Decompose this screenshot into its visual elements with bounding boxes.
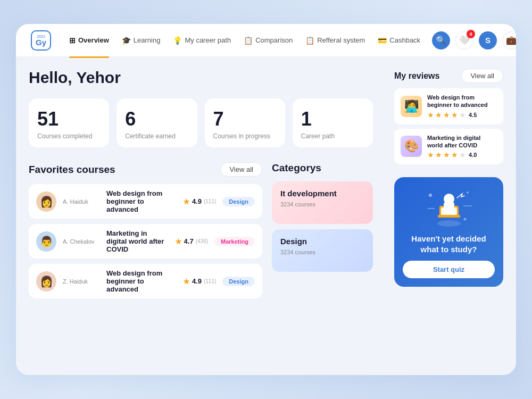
bag-button[interactable]: 💼 xyxy=(502,31,516,49)
s-label: S xyxy=(485,36,491,45)
cat-title-0: It development xyxy=(280,189,364,198)
course-rating-0: ★ 4.9 (111) xyxy=(183,197,216,206)
comparison-icon: 📋 xyxy=(244,36,253,45)
lower-row: Favorites courses View all 👩 A. Haiduk W… xyxy=(29,162,373,304)
review-item-1: 🎨 Marketing in digital world after COVID… xyxy=(394,129,503,165)
course-title-2: Web design from beginner to advanced xyxy=(106,269,177,293)
review-thumb-0: 🧑‍💻 xyxy=(401,96,422,117)
rating-value-0: 4.9 xyxy=(192,197,202,205)
review-info-0: Web design from beginner to advanced ★ ★… xyxy=(427,94,497,119)
nav-item-overview[interactable]: ⊞ Overview xyxy=(64,33,114,48)
search-icon: 🔍 xyxy=(436,35,446,45)
review-thumb-icon-0: 🧑‍💻 xyxy=(404,99,419,113)
stat-label-0: Courses completed xyxy=(37,132,101,140)
categories-section: Categorys It development 3234 courses De… xyxy=(272,162,373,304)
avatar-emoji-1: 👨 xyxy=(40,235,53,248)
course-row-1: 👨 A. Chekalov Marketing in digital world… xyxy=(29,224,262,259)
course-row-2: 👩 Z. Haiduk Web design from beginner to … xyxy=(29,264,262,298)
nav-item-referral[interactable]: 📋 Refferal system xyxy=(300,33,370,48)
nav-label-overview: Overview xyxy=(78,36,109,44)
s-button[interactable]: S xyxy=(479,31,497,49)
review-item-0: 🧑‍💻 Web design from beginner to advanced… xyxy=(394,88,503,124)
svg-point-10 xyxy=(444,194,454,204)
nav-label-referral: Refferal system xyxy=(317,36,365,44)
stat-card-in-progress: 7 Courses in progress xyxy=(205,98,285,147)
course-title-0: Web design from beginner to advanced xyxy=(106,189,177,213)
course-title-1: Marketing in digital world after COVID xyxy=(106,229,169,253)
course-row-0: 👩 A. Haiduk Web design from beginner to … xyxy=(29,184,262,219)
start-quiz-button[interactable]: Start quiz xyxy=(403,261,495,278)
logo: 2022 Gy xyxy=(31,30,51,51)
rating-count-0: (111) xyxy=(204,198,216,204)
nav-item-comparison[interactable]: 📋 Comparison xyxy=(238,33,298,48)
svg-point-2 xyxy=(463,218,466,221)
course-tag-1: Marketing xyxy=(214,237,255,246)
review-rating-1: 4.0 xyxy=(469,152,477,158)
categories-title: Categorys xyxy=(272,162,321,174)
quiz-text: Haven't yet decided what to study? xyxy=(403,234,495,254)
category-card-0[interactable]: It development 3234 courses xyxy=(272,181,373,224)
stat-label-2: Courses in progress xyxy=(213,132,277,140)
nav-item-career[interactable]: 💡 My career path xyxy=(168,33,236,48)
star-icon-1: ★ xyxy=(175,237,182,246)
avatar-emoji-0: 👩 xyxy=(40,195,53,208)
svg-point-5 xyxy=(437,220,461,227)
stat-label-1: Certificate earned xyxy=(125,132,188,140)
cat-count-0: 3234 courses xyxy=(280,201,364,207)
review-star-icon-0e: ★ xyxy=(459,111,466,119)
rating-value-2: 4.9 xyxy=(192,277,202,285)
course-rating-2: ★ 4.9 (111) xyxy=(183,277,216,286)
review-star-icon-1d: ★ xyxy=(451,151,458,159)
favorites-view-all-button[interactable]: View all xyxy=(220,162,262,177)
review-thumb-1: 🎨 xyxy=(401,136,422,157)
review-course-title-0: Web design from beginner to advanced xyxy=(427,94,497,109)
nav-item-learning[interactable]: 🎓 Learning xyxy=(117,33,166,48)
cat-title-1: Design xyxy=(280,237,364,246)
cashback-icon: 💳 xyxy=(378,36,387,45)
review-star-icon-1a: ★ xyxy=(427,151,434,159)
right-column: My reviews View all 🧑‍💻 Web design from … xyxy=(394,69,503,304)
nav-links: ⊞ Overview 🎓 Learning 💡 My career path 📋… xyxy=(64,33,426,48)
bag-icon: 💼 xyxy=(506,35,516,45)
search-button[interactable]: 🔍 xyxy=(432,31,450,49)
career-icon: 💡 xyxy=(173,36,182,45)
star-icon-0: ★ xyxy=(183,197,190,206)
rating-count-2: (111) xyxy=(204,278,216,284)
review-star-icon-0: ★ xyxy=(427,111,434,119)
review-star-icon-1c: ★ xyxy=(443,151,450,159)
stat-card-career: 1 Career path xyxy=(293,98,373,147)
course-avatar-2: 👩 xyxy=(36,271,56,292)
quiz-illustration xyxy=(425,187,473,229)
review-info-1: Marketing in digital world after COVID ★… xyxy=(427,134,497,160)
svg-point-0 xyxy=(429,194,432,197)
left-column: Hello, Yehor 51 Courses completed 6 Cert… xyxy=(29,69,384,304)
categories-header: Categorys xyxy=(272,162,373,174)
favorites-section: Favorites courses View all 👩 A. Haiduk W… xyxy=(29,162,262,304)
star-icon-2: ★ xyxy=(183,277,190,286)
favorites-title: Favorites courses xyxy=(29,164,115,176)
course-rating-1: ★ 4.7 (436) xyxy=(175,237,208,246)
categories-grid: It development 3234 courses Design 3234 … xyxy=(272,181,373,272)
course-tag-0: Design xyxy=(222,197,255,206)
reviews-view-all-button[interactable]: View all xyxy=(461,69,503,83)
rating-value-1: 4.7 xyxy=(184,237,194,245)
stat-number-2: 7 xyxy=(213,108,277,130)
category-card-1[interactable]: Design 3234 courses xyxy=(272,229,373,272)
greeting: Hello, Yehor xyxy=(29,69,373,87)
nav-item-cashback[interactable]: 💳 Cashback xyxy=(372,33,426,48)
review-stars-1: ★ ★ ★ ★ ★ 4.0 xyxy=(427,151,497,159)
review-star-icon-0c: ★ xyxy=(443,111,450,119)
course-avatar-0: 👩 xyxy=(36,192,56,212)
stat-card-certificates: 6 Certificate earned xyxy=(117,98,197,147)
nav-label-learning: Learning xyxy=(134,36,161,44)
review-star-icon-0d: ★ xyxy=(451,111,458,119)
reviews-section: My reviews View all 🧑‍💻 Web design from … xyxy=(394,69,503,169)
course-author-0: A. Haiduk xyxy=(63,198,100,205)
svg-point-1 xyxy=(467,192,469,194)
heart-badge: 4 xyxy=(467,30,475,38)
nav-label-cashback: Cashback xyxy=(389,36,420,44)
course-author-2: Z. Haiduk xyxy=(63,278,100,285)
heart-button[interactable]: 🤍 4 xyxy=(455,31,473,49)
quiz-card: Haven't yet decided what to study? Start… xyxy=(394,177,503,287)
nav-label-career: My career path xyxy=(185,36,231,44)
